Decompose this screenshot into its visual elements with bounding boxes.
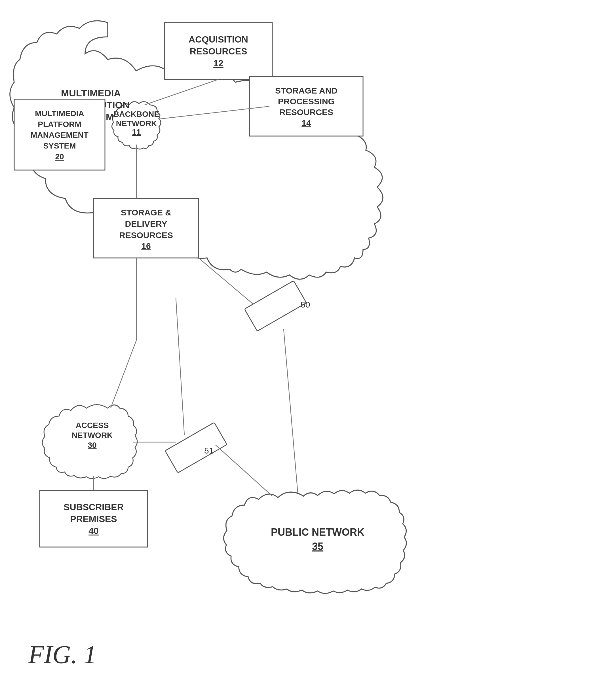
svg-text:PREMISES: PREMISES [70, 514, 117, 524]
svg-text:MULTIMEDIA: MULTIMEDIA [61, 88, 121, 98]
svg-text:DELIVERY: DELIVERY [125, 219, 167, 228]
svg-line-49 [216, 445, 272, 496]
svg-text:50: 50 [301, 300, 310, 309]
svg-text:40: 40 [88, 526, 99, 536]
svg-line-40 [111, 340, 136, 408]
svg-text:NETWORK: NETWORK [72, 431, 113, 440]
svg-text:MANAGEMENT: MANAGEMENT [31, 131, 88, 139]
svg-text:NETWORK: NETWORK [116, 119, 157, 128]
svg-text:35: 35 [312, 541, 323, 552]
svg-text:ACQUISITION: ACQUISITION [188, 34, 248, 45]
svg-text:FIG. 1: FIG. 1 [28, 641, 96, 668]
svg-text:30: 30 [88, 441, 96, 450]
svg-text:14: 14 [301, 118, 311, 128]
diagram-container: BACKBONE NETWORK 11 ACCESS NETWORK 30 PU… [0, 0, 616, 695]
svg-text:PLATFORM: PLATFORM [38, 120, 81, 129]
svg-text:PROCESSING: PROCESSING [278, 97, 335, 106]
svg-rect-43 [245, 281, 306, 331]
svg-text:STORAGE &: STORAGE & [121, 208, 171, 217]
svg-text:BACKBONE: BACKBONE [114, 110, 160, 118]
svg-text:11: 11 [132, 128, 141, 136]
svg-line-50 [176, 298, 184, 435]
svg-text:MULTIMEDIA: MULTIMEDIA [35, 109, 84, 118]
svg-text:RESOURCES: RESOURCES [279, 107, 333, 117]
svg-text:12: 12 [213, 58, 223, 68]
svg-line-45 [284, 329, 298, 493]
svg-text:16: 16 [141, 241, 151, 251]
svg-text:51: 51 [204, 446, 214, 455]
svg-text:ACCESS: ACCESS [76, 421, 109, 430]
svg-line-36 [145, 79, 218, 105]
svg-text:PUBLIC NETWORK: PUBLIC NETWORK [271, 526, 364, 538]
svg-text:SUBSCRIBER: SUBSCRIBER [64, 502, 124, 512]
svg-text:SYSTEM: SYSTEM [43, 141, 76, 150]
svg-text:20: 20 [55, 152, 64, 161]
svg-text:RESOURCES: RESOURCES [190, 46, 247, 56]
svg-text:STORAGE AND: STORAGE AND [275, 86, 337, 95]
svg-text:RESOURCES: RESOURCES [119, 231, 173, 240]
svg-rect-46 [165, 422, 227, 473]
